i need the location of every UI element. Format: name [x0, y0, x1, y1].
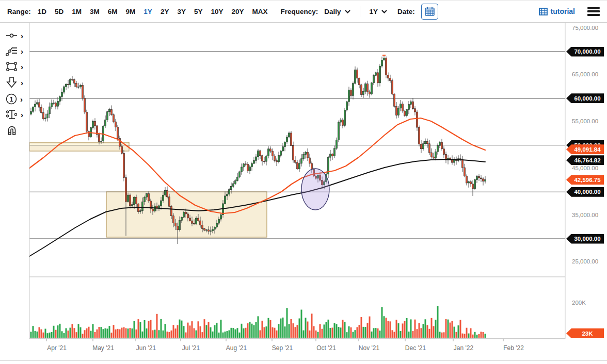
month-label: Jul '21	[182, 344, 200, 352]
price-tag: 70,000.00	[566, 47, 604, 57]
price-tag: 46,764.82	[566, 155, 604, 165]
month-label: Dec '21	[405, 344, 426, 352]
price-tick-label: 25,000.00	[572, 258, 598, 264]
month-label: Feb '22	[503, 344, 524, 352]
volume-tick-label: 200K	[572, 300, 586, 306]
month-label: Jan '22	[454, 344, 473, 352]
volume-tag: 23K	[566, 328, 604, 338]
price-tick-label: 45,000.00	[572, 165, 598, 171]
price-tag: 42,596.75	[566, 175, 604, 185]
price-tag: 40,000.00	[566, 187, 604, 197]
month-label: Apr '21	[47, 344, 67, 352]
month-label: Jun '21	[136, 344, 156, 352]
month-label: Aug '21	[226, 344, 247, 352]
price-tick-label: 55,000.00	[572, 118, 598, 124]
price-tag: 49,091.84	[566, 144, 604, 154]
price-tag: 30,000.00	[566, 234, 604, 244]
month-label: Sep '21	[272, 344, 293, 352]
chart-canvas[interactable]	[0, 0, 607, 364]
price-tag: 60,000.00	[566, 93, 604, 103]
month-label: May '21	[92, 344, 114, 352]
month-label: Nov '21	[359, 344, 379, 352]
month-label: Oct '21	[316, 344, 336, 352]
page-bottom-border	[0, 360, 607, 361]
price-tick-label: 35,000.00	[572, 212, 598, 218]
charting-app: Range: 1D5D1M3M6M9M1Y2Y3Y5Y10Y20YMAX Fre…	[0, 0, 607, 364]
price-tick-label: 75,000.00	[572, 25, 598, 31]
price-tick-label: 65,000.00	[572, 71, 598, 77]
